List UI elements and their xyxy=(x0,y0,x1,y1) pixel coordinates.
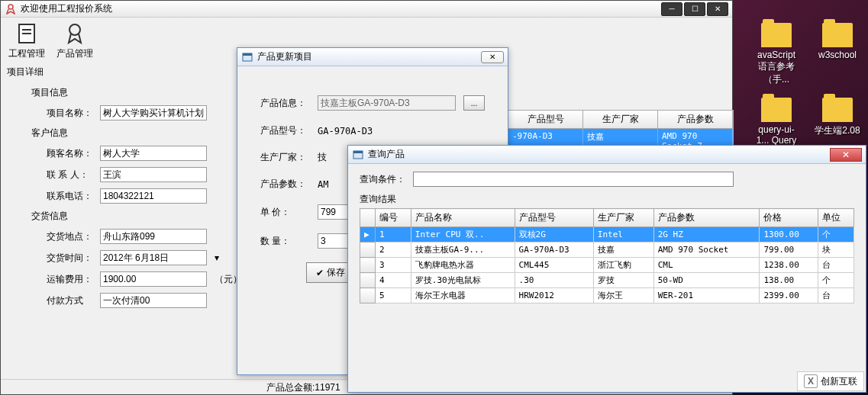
cell-id: 3 xyxy=(376,258,411,273)
row-header-col xyxy=(360,209,376,227)
desktop-folder[interactable]: avaScript语言参考（手... xyxy=(753,23,799,86)
total-label: 产品总金额: xyxy=(266,382,315,393)
col-params[interactable]: 产品参数 xyxy=(658,111,733,128)
cell-name: 技嘉主板GA-9... xyxy=(411,242,515,258)
query-title: 查询产品 xyxy=(368,148,830,161)
cell-params: WER-201 xyxy=(653,288,760,303)
result-table: 编号 产品名称 产品型号 生产厂家 产品参数 价格 单位 ▶ 1 Inter C… xyxy=(360,208,854,303)
customer-name-label: 顾客名称： xyxy=(47,147,92,160)
cell-unit: 块 xyxy=(818,242,854,258)
shipping-input[interactable] xyxy=(100,271,207,287)
cell-params: 2G HZ xyxy=(653,227,760,242)
row-header[interactable] xyxy=(360,273,376,288)
dropdown-icon[interactable]: ▾ xyxy=(215,252,219,263)
close-button[interactable]: ✕ xyxy=(707,2,728,16)
model-label: 产品型号： xyxy=(260,124,310,137)
cell-id: 4 xyxy=(376,273,411,288)
price-label: 单 价： xyxy=(260,206,310,219)
project-name-label: 项目名称： xyxy=(47,107,92,120)
col-model[interactable]: 产品型号 xyxy=(508,111,583,128)
main-title: 欢迎使用工程报价系统 xyxy=(21,2,661,15)
location-input[interactable] xyxy=(100,229,207,244)
cell-model: CML445 xyxy=(515,258,593,273)
project-mgmt-button[interactable]: 工程管理 xyxy=(8,21,45,60)
row-header[interactable] xyxy=(360,288,376,303)
model-value: GA-970A-D3 xyxy=(318,126,373,136)
document-icon xyxy=(15,21,39,46)
result-label: 查询结果 xyxy=(360,193,854,206)
browse-button[interactable]: ... xyxy=(463,95,485,111)
table-row[interactable]: 3 飞豹牌电热水器 CML445 浙江飞豹 CML 1238.00 台 xyxy=(360,258,854,273)
col-mfr[interactable]: 生产厂家 xyxy=(593,209,653,227)
cell-price: 2399.00 xyxy=(760,288,818,303)
cell-params: AMD 970 Socket xyxy=(653,242,760,258)
table-row[interactable]: 4 罗技.30光电鼠标 .30 罗技 50-WD 138.00 个 xyxy=(360,273,854,288)
cell-mfr: 罗技 xyxy=(593,273,653,288)
phone-input[interactable] xyxy=(100,188,207,204)
row-header[interactable] xyxy=(360,242,376,258)
contact-input[interactable] xyxy=(100,167,207,182)
watermark: X 创新互联 xyxy=(797,371,864,391)
cell-params: 50-WD xyxy=(653,273,760,288)
cell-params: CML xyxy=(653,258,760,273)
col-mfr[interactable]: 生产厂家 xyxy=(583,111,658,128)
cell-mfr: 海尔王 xyxy=(593,288,653,303)
col-params[interactable]: 产品参数 xyxy=(653,209,760,227)
update-close-button[interactable]: ✕ xyxy=(481,51,504,63)
app-icon xyxy=(5,3,17,15)
cell-id: 2 xyxy=(376,242,411,258)
shipping-label: 运输费用： xyxy=(47,273,92,286)
project-name-input[interactable] xyxy=(100,105,207,120)
maximize-button[interactable]: ☐ xyxy=(684,2,705,16)
qty-label: 数 量： xyxy=(260,235,310,248)
cell-mfr: 浙江飞豹 xyxy=(593,258,653,273)
params-value: AM xyxy=(318,179,328,190)
delivery-time-label: 交货时间： xyxy=(47,252,92,265)
cell-model: HRW2012 xyxy=(515,288,593,303)
dialog-icon xyxy=(352,149,364,161)
cell-id: 5 xyxy=(376,288,411,303)
col-id[interactable]: 编号 xyxy=(376,209,411,227)
query-close-button[interactable]: ✕ xyxy=(830,148,862,162)
mfr-value: 技 xyxy=(318,151,327,164)
cell-name: 飞豹牌电热水器 xyxy=(411,258,515,273)
query-titlebar: 查询产品 ✕ xyxy=(348,146,866,164)
update-title: 产品更新项目 xyxy=(257,50,481,63)
customer-name-input[interactable] xyxy=(100,146,207,161)
row-header[interactable] xyxy=(360,258,376,273)
svg-point-0 xyxy=(8,5,13,9)
cell-name: Inter CPU 双.. xyxy=(411,227,515,242)
table-row[interactable]: 5 海尔王水电器 HRW2012 海尔王 WER-201 2399.00 台 xyxy=(360,288,854,303)
query-input[interactable] xyxy=(413,172,734,187)
col-model[interactable]: 产品型号 xyxy=(515,209,593,227)
minimize-button[interactable]: ─ xyxy=(661,2,682,16)
payment-input[interactable] xyxy=(100,293,207,308)
svg-rect-6 xyxy=(243,53,252,56)
mfr-label: 生产厂家： xyxy=(260,151,310,164)
product-mgmt-button[interactable]: 产品管理 xyxy=(56,21,93,60)
cell-unit: 个 xyxy=(818,273,854,288)
col-name[interactable]: 产品名称 xyxy=(411,209,515,227)
table-row[interactable]: ▶ 1 Inter CPU 双.. 双核2G Intel 2G HZ 1300.… xyxy=(360,227,854,242)
cell-unit: 个 xyxy=(818,227,854,242)
cell-price: 1300.00 xyxy=(760,227,818,242)
svg-rect-8 xyxy=(353,151,363,153)
row-header[interactable]: ▶ xyxy=(360,227,376,242)
main-titlebar: 欢迎使用工程报价系统 ─ ☐ ✕ xyxy=(1,1,732,18)
total-value: 11971 xyxy=(315,382,340,393)
contact-label: 联 系 人： xyxy=(47,169,92,181)
cell-name: 海尔王水电器 xyxy=(411,288,515,303)
query-cond-label: 查询条件： xyxy=(360,173,405,186)
phone-label: 联系电话： xyxy=(47,190,92,203)
table-row[interactable]: 2 技嘉主板GA-9... GA-970A-D3 技嘉 AMD 970 Sock… xyxy=(360,242,854,258)
cell-unit: 台 xyxy=(818,288,854,303)
cell-name: 罗技.30光电鼠标 xyxy=(411,273,515,288)
delivery-time-input[interactable] xyxy=(100,250,207,265)
update-titlebar: 产品更新项目 ✕ xyxy=(237,48,508,66)
svg-point-4 xyxy=(69,24,80,35)
cell-price: 138.00 xyxy=(760,273,818,288)
desktop-folder[interactable]: w3school xyxy=(815,23,860,86)
col-price[interactable]: 价格 xyxy=(760,209,818,227)
col-unit[interactable]: 单位 xyxy=(818,209,854,227)
query-product-dialog: 查询产品 ✕ 查询条件： 查询结果 编号 产品名称 产品型号 生产厂家 产品参数… xyxy=(347,145,866,393)
